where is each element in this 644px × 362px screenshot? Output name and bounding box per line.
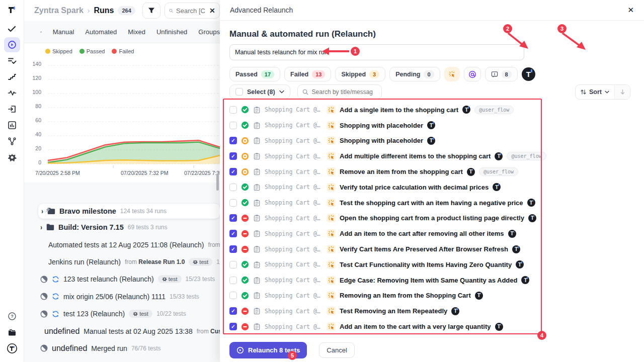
- tab-manual[interactable]: Manual: [53, 28, 74, 36]
- test-checkbox[interactable]: ✓: [229, 152, 237, 160]
- run-row[interactable]: › Bravo milestone 124 tests 34 runs: [38, 204, 220, 219]
- test-checkbox[interactable]: [229, 122, 237, 129]
- run-group-title[interactable]: Bravo milestone: [59, 207, 116, 215]
- chip-manual-filter[interactable]: [444, 67, 460, 81]
- run-row[interactable]: mix origin 25/06 (Relaunch) 1111 15/33 t…: [24, 288, 220, 305]
- sidebar-item-plans[interactable]: [4, 53, 20, 68]
- run-row[interactable]: Jenkins run (Relaunch) from Release Run …: [24, 253, 220, 270]
- help-icon[interactable]: ?: [4, 309, 20, 324]
- test-checkbox[interactable]: ✓: [229, 168, 237, 175]
- test-checkbox[interactable]: ✓: [229, 307, 237, 315]
- tab-mixed[interactable]: Mixed: [128, 28, 145, 36]
- test-checkbox[interactable]: ✓: [229, 137, 237, 144]
- test-title[interactable]: Verify Cart Items Are Preserved After Br…: [340, 245, 508, 253]
- test-title[interactable]: Shopping with placeholder: [340, 122, 423, 129]
- test-checkbox[interactable]: [229, 184, 237, 191]
- test-row[interactable]: Shopping Cart @… Shopping with placehold…: [229, 118, 551, 133]
- test-row[interactable]: ✓ Shopping Cart @… Add an item to the ca…: [229, 319, 551, 334]
- chevron-right-icon[interactable]: ›: [41, 207, 43, 216]
- run-title[interactable]: test 123 (Relaunch): [63, 310, 125, 318]
- test-title[interactable]: Test Cart Functionality with Items Havin…: [340, 261, 512, 268]
- test-title[interactable]: Removing an Item from the Shopping Cart: [340, 292, 471, 299]
- run-row[interactable]: › Build: Version 7.15 69 tests 3 runs: [24, 219, 220, 236]
- cancel-button[interactable]: Cancel: [319, 342, 354, 358]
- test-title[interactable]: Add an item to the cart after removing a…: [340, 230, 504, 237]
- run-row[interactable]: Automated tests at 12 Aug 2025 11:08 (Re…: [24, 236, 220, 253]
- test-row[interactable]: ✓ Shopping Cart @… Shopping with placeho…: [229, 133, 551, 149]
- run-title[interactable]: Merged run: [91, 344, 127, 352]
- chip-pending[interactable]: Pending0: [389, 67, 440, 81]
- tab-automated[interactable]: Automated: [85, 28, 117, 36]
- run-group-title[interactable]: Build: Version 7.15: [58, 223, 124, 231]
- chevron-right-icon[interactable]: ›: [40, 223, 42, 232]
- modal-close-icon[interactable]: ✕: [627, 6, 634, 15]
- sidebar-item-reports[interactable]: [4, 118, 20, 133]
- run-title[interactable]: 123 test relaunch (Relaunch): [63, 275, 154, 283]
- page-scrollbar[interactable]: [216, 173, 219, 191]
- test-row[interactable]: Shopping Cart @… Add a single item to th…: [229, 102, 551, 118]
- search-clear-icon[interactable]: ✕: [209, 7, 215, 15]
- chip-skipped[interactable]: Skipped3: [335, 67, 385, 81]
- test-title[interactable]: Edge Case: Removing Item with Same Quant…: [340, 277, 517, 284]
- test-row[interactable]: Shopping Cart @… Test the shopping cart …: [229, 195, 551, 211]
- select-all-checkbox[interactable]: [235, 88, 243, 96]
- sidebar-item-activity[interactable]: [4, 85, 20, 101]
- legend-item-passed[interactable]: Passed: [79, 48, 105, 54]
- test-checkbox[interactable]: [229, 292, 237, 299]
- test-title[interactable]: Verify total price calculation with deci…: [340, 184, 489, 191]
- chip-passed[interactable]: Passed17: [229, 67, 280, 81]
- filter-button[interactable]: [142, 3, 160, 19]
- test-title[interactable]: Add multiple different items to the shop…: [340, 152, 491, 160]
- test-row[interactable]: ✓ Shopping Cart @… Open the shopping car…: [229, 211, 551, 226]
- app-logo[interactable]: [0, 0, 24, 20]
- run-row[interactable]: undefined Merged run 76/76 tests: [24, 340, 220, 357]
- sort-button[interactable]: Sort: [576, 85, 615, 99]
- select-all-icon[interactable]: [40, 28, 42, 36]
- run-row[interactable]: 123 test relaunch (Relaunch) test 15/23 …: [24, 270, 220, 288]
- test-row[interactable]: Shopping Cart @… Edge Case: Removing Ite…: [229, 273, 551, 288]
- project-name[interactable]: Zyntra Spark: [34, 6, 84, 15]
- test-title[interactable]: Test the shopping cart with an item havi…: [340, 199, 523, 207]
- test-row[interactable]: ✓ Shopping Cart @… Verify Cart Items Are…: [229, 241, 551, 257]
- run-title[interactable]: Manual tests at 02 Aug 2025 13:38: [84, 327, 192, 335]
- legend-item-skipped[interactable]: Skipped: [45, 48, 72, 54]
- test-checkbox[interactable]: [229, 261, 237, 268]
- test-row[interactable]: Shopping Cart @… Removing an Item from t…: [229, 288, 551, 304]
- test-title[interactable]: Remove an item from the shopping cart: [340, 168, 463, 175]
- chip-failed[interactable]: Failed13: [284, 67, 331, 81]
- test-row[interactable]: Shopping Cart @… Test Cart Functionality…: [229, 257, 551, 273]
- select-dropdown[interactable]: Select (8): [229, 84, 290, 99]
- test-title[interactable]: Shopping with placeholder: [340, 137, 423, 144]
- sidebar-item-runs[interactable]: [4, 37, 20, 52]
- run-name-input[interactable]: [229, 44, 524, 60]
- chip-automated-filter[interactable]: [464, 67, 481, 81]
- test-search[interactable]: [297, 84, 382, 99]
- run-title[interactable]: Automated tests at 12 Aug 2025 11:08 (Re…: [48, 241, 204, 249]
- legend-item-failed[interactable]: Failed: [112, 48, 134, 54]
- test-checkbox[interactable]: ✓: [229, 323, 237, 330]
- test-checkbox[interactable]: ✓: [229, 245, 237, 253]
- account-logo-icon[interactable]: [4, 341, 20, 356]
- sidebar-item-milestones[interactable]: [4, 69, 20, 84]
- run-row[interactable]: test 123 (Relaunch) test 10/22 tests: [24, 305, 220, 322]
- global-search[interactable]: ✕: [165, 3, 220, 19]
- sidebar-item-settings[interactable]: [4, 150, 20, 165]
- run-title[interactable]: mix origin 25/06 (Relaunch) 1111: [63, 293, 166, 301]
- test-row[interactable]: ✓ Shopping Cart @… Remove an item from t…: [229, 164, 551, 179]
- user-avatar[interactable]: T: [522, 67, 535, 81]
- test-search-input[interactable]: [312, 88, 375, 96]
- sort-direction-button[interactable]: [615, 85, 630, 99]
- projects-icon[interactable]: [4, 325, 20, 340]
- test-title[interactable]: Open the shopping cart from a product li…: [340, 214, 524, 222]
- sidebar-item-tests[interactable]: [4, 21, 20, 36]
- test-row[interactable]: Shopping Cart @… Verify total price calc…: [229, 179, 551, 195]
- test-title[interactable]: Test Removing an Item Repeatedly: [340, 307, 447, 315]
- test-checkbox[interactable]: [229, 199, 237, 207]
- test-row[interactable]: ✓ Shopping Cart @… Add multiple differen…: [229, 148, 551, 164]
- test-title[interactable]: Add a single item to the shopping cart: [340, 106, 458, 114]
- chip-comments[interactable]: 8: [485, 67, 518, 81]
- global-search-input[interactable]: [176, 7, 206, 15]
- tab-unfinished[interactable]: Unfinished: [156, 28, 187, 36]
- test-title[interactable]: Add an item to the cart with a very larg…: [340, 323, 491, 330]
- test-checkbox[interactable]: ✓: [229, 214, 237, 222]
